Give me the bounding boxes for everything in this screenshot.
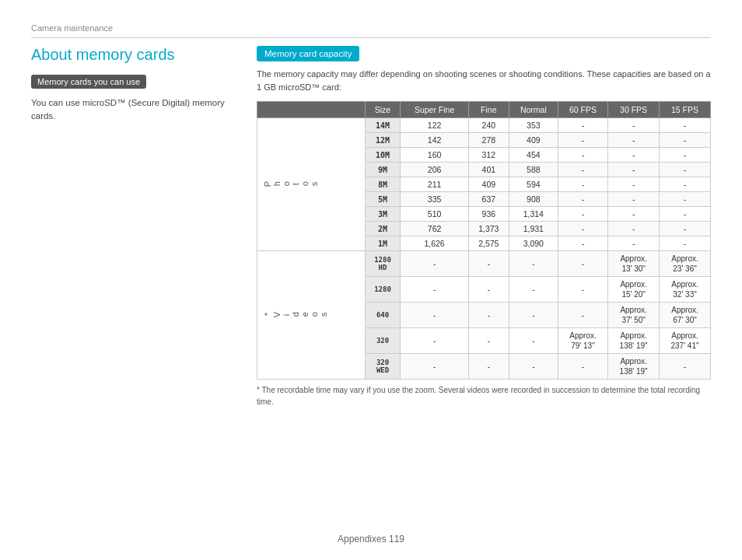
table-cell: - <box>401 354 468 380</box>
table-cell: 142 <box>401 133 468 148</box>
size-icon: 5M <box>365 192 401 207</box>
table-cell: Approx.67' 30" <box>660 303 711 328</box>
table-cell: 762 <box>401 222 468 236</box>
table-cell: - <box>468 277 509 303</box>
page: Camera maintenance About memory cards Me… <box>0 0 742 560</box>
table-cell: - <box>558 163 607 177</box>
table-cell: Approx.237' 41" <box>660 328 711 354</box>
table-cell: - <box>608 177 660 192</box>
size-icon: 12M <box>365 133 401 148</box>
table-cell: 3,090 <box>509 236 558 251</box>
table-cell: - <box>401 328 468 354</box>
col-header-size-label: Size <box>365 102 401 118</box>
table-cell: 206 <box>401 163 468 177</box>
table-cell: 637 <box>468 192 509 207</box>
table-cell: Approx.13' 30" <box>608 251 660 277</box>
table-cell: - <box>608 163 660 177</box>
table-cell: - <box>660 207 711 222</box>
table-cell: - <box>660 163 711 177</box>
table-cell: - <box>660 133 711 148</box>
table-cell: 908 <box>509 192 558 207</box>
table-cell: 1,314 <box>509 207 558 222</box>
table-cell: - <box>608 148 660 163</box>
table-cell: - <box>509 277 558 303</box>
right-column: Memory card capacity The memory capacity… <box>257 46 711 408</box>
table-cell: - <box>608 118 660 133</box>
size-icon: 2M <box>365 222 401 236</box>
table-cell: 510 <box>401 207 468 222</box>
table-cell: - <box>558 148 607 163</box>
col-header-30fps: 30 FPS <box>608 102 660 118</box>
table-cell: - <box>558 133 607 148</box>
capacity-badge: Memory card capacity <box>257 46 359 61</box>
col-header-60fps: 60 FPS <box>558 102 607 118</box>
table-cell: 409 <box>509 133 558 148</box>
table-cell: - <box>468 354 509 380</box>
table-cell: - <box>558 277 607 303</box>
table-cell: - <box>558 192 607 207</box>
table-cell: Approx.37' 50" <box>608 303 660 328</box>
photos-label: Photos <box>257 118 366 251</box>
content-area: About memory cards Memory cards you can … <box>31 46 711 408</box>
memory-cards-badge: Memory cards you can use <box>31 75 146 89</box>
table-cell: - <box>468 251 509 277</box>
table-cell: Approx.15' 20" <box>608 277 660 303</box>
table-cell: - <box>608 192 660 207</box>
table-cell: - <box>608 222 660 236</box>
table-cell: - <box>608 236 660 251</box>
table-cell: - <box>660 192 711 207</box>
left-description: You can use microSD™ (Secure Digital) me… <box>31 96 233 124</box>
table-cell: 409 <box>468 177 509 192</box>
table-cell: 594 <box>509 177 558 192</box>
size-icon: 10M <box>365 148 401 163</box>
table-cell: - <box>401 277 468 303</box>
breadcrumb: Camera maintenance <box>31 23 711 38</box>
size-icon: 14M <box>365 118 401 133</box>
size-icon: 1280HD <box>365 251 401 277</box>
size-icon: 1280 <box>365 277 401 303</box>
table-cell: Approx.138' 19" <box>608 354 660 380</box>
table-cell: 936 <box>468 207 509 222</box>
table-cell: - <box>608 133 660 148</box>
table-cell: - <box>558 354 607 380</box>
table-cell: 353 <box>509 118 558 133</box>
table-cell: - <box>608 207 660 222</box>
table-cell: 335 <box>401 192 468 207</box>
table-cell: 278 <box>468 133 509 148</box>
footnote: * The recordable time may vary if you us… <box>257 384 711 408</box>
size-icon: 3M <box>365 207 401 222</box>
table-cell: Approx.32' 33" <box>660 277 711 303</box>
table-cell: 1,931 <box>509 222 558 236</box>
table-cell: 1,626 <box>401 236 468 251</box>
table-cell: Approx.23' 36" <box>660 251 711 277</box>
size-icon: 320WED <box>365 354 401 380</box>
capacity-table: Size Super Fine Fine Normal 60 FPS 30 FP… <box>257 101 711 380</box>
table-cell: - <box>509 251 558 277</box>
table-row: *Videos1280HD----Approx.13' 30"Approx.23… <box>257 251 711 277</box>
col-header-15fps: 15 FPS <box>660 102 711 118</box>
table-cell: - <box>509 303 558 328</box>
table-cell: - <box>660 118 711 133</box>
table-row: Photos14M122240353--- <box>257 118 711 133</box>
table-cell: - <box>509 328 558 354</box>
table-cell: 588 <box>509 163 558 177</box>
section-title: About memory cards <box>31 46 233 64</box>
capacity-description: The memory capacity may differ depending… <box>257 68 711 93</box>
col-header-size <box>257 102 366 118</box>
table-cell: - <box>558 222 607 236</box>
table-cell: Approx.138' 19" <box>608 328 660 354</box>
table-cell: - <box>660 354 711 380</box>
table-cell: - <box>401 303 468 328</box>
table-cell: Approx.79' 13" <box>558 328 607 354</box>
table-cell: 312 <box>468 148 509 163</box>
table-cell: 401 <box>468 163 509 177</box>
videos-label: *Videos <box>257 251 366 380</box>
col-header-fine: Fine <box>468 102 509 118</box>
table-cell: 1,373 <box>468 222 509 236</box>
table-cell: 211 <box>401 177 468 192</box>
table-cell: - <box>558 177 607 192</box>
table-cell: - <box>558 236 607 251</box>
table-cell: 240 <box>468 118 509 133</box>
table-cell: - <box>660 177 711 192</box>
table-cell: - <box>558 251 607 277</box>
